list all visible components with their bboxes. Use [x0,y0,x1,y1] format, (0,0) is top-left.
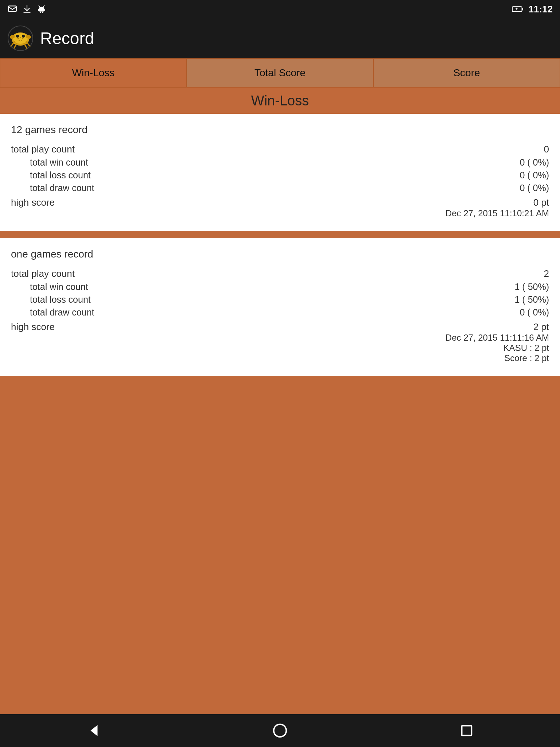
win-count-value-2: 1 ( 50%) [515,282,549,292]
loss-count-row-2: total loss count 1 ( 50%) [11,294,549,305]
high-score-extra-2: Score : 2 pt [504,353,549,363]
draw-count-value-2: 0 ( 0%) [520,307,549,318]
record-header-one-game: one games record [11,248,549,260]
draw-count-value-1: 0 ( 0%) [520,183,549,193]
win-count-row-1: total win count 0 ( 0%) [11,157,549,168]
download-icon [22,4,32,14]
svg-rect-10 [522,8,523,11]
svg-rect-7 [40,12,41,13]
status-icons [7,4,47,14]
total-play-count-value-1: 0 [544,144,549,155]
svg-point-22 [20,37,21,38]
section-divider [0,231,560,238]
bottom-area [0,376,560,714]
total-play-count-value-2: 2 [544,268,549,279]
high-score-value-1: 0 pt [533,197,549,208]
status-right: 11:12 [512,4,553,15]
win-count-label-2: total win count [11,282,88,292]
high-score-value-2: 2 pt [533,321,549,333]
tab-win-loss[interactable]: Win-Loss [0,58,187,88]
svg-line-20 [26,42,30,46]
loss-count-label-1: total loss count [11,170,91,181]
svg-point-28 [274,724,287,737]
high-score-label-2: high score [11,321,55,333]
content-area: 12 games record total play count 0 total… [0,114,560,714]
back-button[interactable] [81,718,106,743]
svg-point-25 [21,40,22,41]
draw-count-row-2: total draw count 0 ( 0%) [11,307,549,318]
high-score-date-2: Dec 27, 2015 11:11:16 AM [446,333,549,343]
total-play-count-label-1: total play count [11,144,75,155]
win-count-value-1: 0 ( 0%) [520,157,549,168]
high-score-right-1: 0 pt Dec 27, 2015 11:10:21 AM [446,197,549,218]
android-icon [36,4,47,14]
tab-score[interactable]: Score [373,58,560,88]
svg-point-24 [19,40,20,41]
svg-point-23 [22,38,23,39]
draw-count-label-1: total draw count [11,183,94,193]
total-play-count-row-1: total play count 0 [11,144,549,155]
app-bar: Record [0,18,560,58]
high-score-right-2: 2 pt Dec 27, 2015 11:11:16 AM KASU : 2 p… [446,321,549,363]
total-play-count-row-2: total play count 2 [11,268,549,279]
svg-point-14 [22,35,25,38]
svg-rect-9 [512,7,522,12]
nav-bar [0,714,560,747]
loss-count-value-2: 1 ( 50%) [515,294,549,305]
svg-rect-6 [44,9,45,11]
draw-count-label-2: total draw count [11,307,94,318]
win-count-label-1: total win count [11,157,88,168]
record-block-12games: 12 games record total play count 0 total… [0,114,560,231]
time-display: 11:12 [529,4,553,15]
status-bar: 11:12 [0,0,560,18]
recent-button[interactable] [454,718,479,743]
section-title: Win-Loss [251,93,309,109]
svg-rect-5 [38,9,39,11]
svg-rect-8 [42,12,43,13]
high-score-extra-1: KASU : 2 pt [503,343,549,353]
win-count-row-2: total win count 1 ( 50%) [11,282,549,292]
loss-count-label-2: total loss count [11,294,91,305]
svg-rect-0 [8,6,16,11]
svg-point-13 [16,35,19,38]
tab-bar: Win-Loss Total Score Score [0,58,560,88]
record-block-one-game: one games record total play count 2 tota… [0,238,560,376]
record-header-12games: 12 games record [11,124,549,136]
svg-line-4 [43,5,44,7]
battery-icon [512,5,524,13]
total-play-count-label-2: total play count [11,268,75,279]
svg-point-21 [18,38,19,39]
app-logo [7,25,34,51]
svg-line-3 [39,5,39,7]
loss-count-value-1: 0 ( 0%) [520,170,549,181]
section-title-bar: Win-Loss [0,88,560,114]
svg-marker-27 [90,725,97,736]
high-score-row-2: high score 2 pt Dec 27, 2015 11:11:16 AM… [11,321,549,363]
high-score-row-1: high score 0 pt Dec 27, 2015 11:10:21 AM [11,197,549,218]
msg-icon [7,4,18,14]
home-button[interactable] [267,718,293,743]
high-score-date-1: Dec 27, 2015 11:10:21 AM [446,208,549,218]
draw-count-row-1: total draw count 0 ( 0%) [11,183,549,193]
loss-count-row-1: total loss count 0 ( 0%) [11,170,549,181]
svg-rect-29 [462,726,472,736]
app-title: Record [40,28,94,48]
tab-total-score[interactable]: Total Score [187,58,373,88]
svg-line-17 [11,42,15,46]
high-score-label-1: high score [11,197,55,208]
